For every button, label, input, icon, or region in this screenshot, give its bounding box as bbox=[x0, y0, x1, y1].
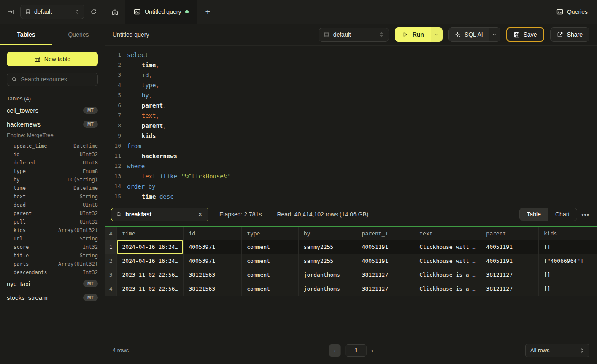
table-cell[interactable]: sammy2255 bbox=[298, 240, 357, 254]
view-toggle-table[interactable]: Table bbox=[520, 208, 548, 221]
column-header[interactable]: time bbox=[117, 227, 184, 240]
table-cell[interactable]: jordanthoms bbox=[298, 282, 357, 296]
table-row[interactable]: 12024-04-16 16:24…40053971commentsammy22… bbox=[105, 240, 597, 254]
sidebar-table-stocks_stream[interactable]: stocks_streamMT bbox=[0, 291, 105, 305]
table-row[interactable]: 32023-11-02 22:56…38121563commentjordant… bbox=[105, 268, 597, 282]
code-line: 10from bbox=[105, 141, 597, 151]
column-type: Enum8 bbox=[83, 168, 98, 174]
results-more-button[interactable]: ••• bbox=[580, 211, 591, 218]
share-button[interactable]: Share bbox=[550, 27, 589, 42]
query-database-selector[interactable]: default bbox=[319, 28, 389, 42]
table-cell[interactable]: sammy2255 bbox=[298, 254, 357, 268]
table-name: hackernews bbox=[7, 121, 41, 128]
column-type: Array(UInt32) bbox=[58, 227, 98, 233]
engine-badge: MT bbox=[83, 294, 98, 301]
chevron-down-icon bbox=[435, 32, 439, 37]
column-row: textString bbox=[0, 192, 105, 201]
table-cell[interactable]: 38121563 bbox=[184, 268, 242, 282]
table-cell[interactable]: 2023-11-02 22:56… bbox=[117, 268, 184, 282]
queries-button-label: Queries bbox=[567, 8, 588, 15]
table-cell[interactable]: 40051191 bbox=[481, 240, 539, 254]
query-database-value: default bbox=[333, 31, 375, 38]
table-cell[interactable]: comment bbox=[242, 282, 299, 296]
table-cell[interactable]: [] bbox=[539, 240, 597, 254]
table-cell[interactable]: 38121127 bbox=[357, 282, 414, 296]
table-cell[interactable]: 38121127 bbox=[481, 268, 539, 282]
sql-ai-button[interactable]: SQL AI bbox=[449, 28, 489, 41]
page-number[interactable]: 1 bbox=[346, 344, 367, 357]
table-cell[interactable]: 40051191 bbox=[357, 240, 414, 254]
home-tab[interactable] bbox=[105, 0, 125, 24]
save-icon bbox=[513, 32, 520, 38]
page-size-selector[interactable]: All rows bbox=[525, 344, 589, 357]
view-toggle-chart[interactable]: Chart bbox=[548, 208, 577, 221]
sidebar-tab-queries[interactable]: Queries bbox=[52, 24, 105, 45]
table-cell[interactable]: 2024-04-16 16:24… bbox=[117, 240, 184, 254]
code-line: 11 hackernews bbox=[105, 151, 597, 161]
column-name: poll bbox=[14, 219, 26, 225]
table-cell[interactable]: jordanthoms bbox=[298, 268, 357, 282]
table-cell[interactable]: 40051191 bbox=[357, 254, 414, 268]
column-type: String bbox=[80, 236, 98, 242]
table-cell[interactable]: comment bbox=[242, 240, 299, 254]
next-page-button[interactable]: › bbox=[371, 347, 373, 354]
table-cell[interactable]: [] bbox=[539, 268, 597, 282]
code-line: 5 by, bbox=[105, 90, 597, 100]
table-cell[interactable]: comment bbox=[242, 254, 299, 268]
sidebar-table-cell_towers[interactable]: cell_towersMT bbox=[0, 103, 105, 117]
new-table-button[interactable]: New table bbox=[7, 52, 98, 66]
resource-search-input[interactable] bbox=[21, 76, 93, 83]
line-number: 2 bbox=[110, 60, 121, 70]
table-cell[interactable]: ["40066964"] bbox=[539, 254, 597, 268]
queries-button[interactable]: Queries bbox=[556, 8, 588, 15]
column-row: partsArray(UInt32) bbox=[0, 260, 105, 268]
new-tab-button[interactable]: + bbox=[197, 0, 218, 24]
sidebar-tab-tables[interactable]: Tables bbox=[0, 24, 52, 45]
save-button[interactable]: Save bbox=[506, 27, 544, 42]
sql-ai-options-button[interactable] bbox=[489, 28, 500, 41]
table-cell[interactable]: comment bbox=[242, 268, 299, 282]
run-options-button[interactable] bbox=[431, 27, 443, 42]
code-line: 12where bbox=[105, 161, 597, 171]
column-type: String bbox=[80, 194, 98, 200]
table-row[interactable]: 42023-11-02 22:56…38121563commentjordant… bbox=[105, 282, 597, 296]
sidebar-table-hackernews[interactable]: hackernewsMT bbox=[0, 117, 105, 131]
refresh-button[interactable] bbox=[89, 7, 99, 17]
sql-editor[interactable]: 1select2 time,3 id,4 type,5 by,6 parent,… bbox=[105, 46, 597, 202]
tab-untitled-query[interactable]: Untitled query bbox=[125, 0, 197, 24]
table-row[interactable]: 22024-04-16 16:24…40053971commentsammy22… bbox=[105, 254, 597, 268]
table-cell[interactable]: [] bbox=[539, 282, 597, 296]
topbar-database-selector[interactable]: default bbox=[20, 5, 84, 19]
home-icon bbox=[111, 8, 119, 16]
search-icon bbox=[116, 211, 122, 217]
column-type: UInt8 bbox=[83, 160, 98, 166]
table-cell[interactable]: Clickhouse will … bbox=[414, 254, 481, 268]
column-header[interactable]: text bbox=[414, 227, 481, 240]
column-header[interactable]: # bbox=[105, 227, 117, 240]
table-cell[interactable]: 38121563 bbox=[184, 282, 242, 296]
share-icon bbox=[557, 32, 563, 38]
collapse-sidebar-button[interactable] bbox=[6, 7, 16, 17]
table-cell[interactable]: Clickhouse will … bbox=[414, 240, 481, 254]
run-button[interactable]: Run bbox=[395, 27, 431, 42]
table-cell[interactable]: 40051191 bbox=[481, 254, 539, 268]
table-cell[interactable]: 40053971 bbox=[184, 254, 242, 268]
results-search-input[interactable] bbox=[125, 211, 194, 218]
table-cell[interactable]: 2023-11-02 22:56… bbox=[117, 282, 184, 296]
column-header[interactable]: type bbox=[242, 227, 299, 240]
column-header[interactable]: by bbox=[298, 227, 357, 240]
sidebar-table-nyc_taxi[interactable]: nyc_taxiMT bbox=[0, 277, 105, 291]
table-cell[interactable]: 38121127 bbox=[481, 282, 539, 296]
table-cell[interactable]: Clickhouse is a … bbox=[414, 268, 481, 282]
table-cell[interactable]: 40053971 bbox=[184, 240, 242, 254]
column-header[interactable]: kids bbox=[539, 227, 597, 240]
column-header[interactable]: parent bbox=[481, 227, 539, 240]
previous-page-button[interactable]: ‹ bbox=[329, 344, 341, 357]
clear-search-button[interactable]: ✕ bbox=[197, 211, 203, 218]
table-cell[interactable]: 2024-04-16 16:24… bbox=[117, 254, 184, 268]
column-header[interactable]: parent_1 bbox=[357, 227, 414, 240]
table-cell[interactable]: 38121127 bbox=[357, 268, 414, 282]
column-header[interactable]: id bbox=[184, 227, 242, 240]
column-type: LC(String) bbox=[68, 177, 98, 183]
table-cell[interactable]: Clickhouse is a … bbox=[414, 282, 481, 296]
